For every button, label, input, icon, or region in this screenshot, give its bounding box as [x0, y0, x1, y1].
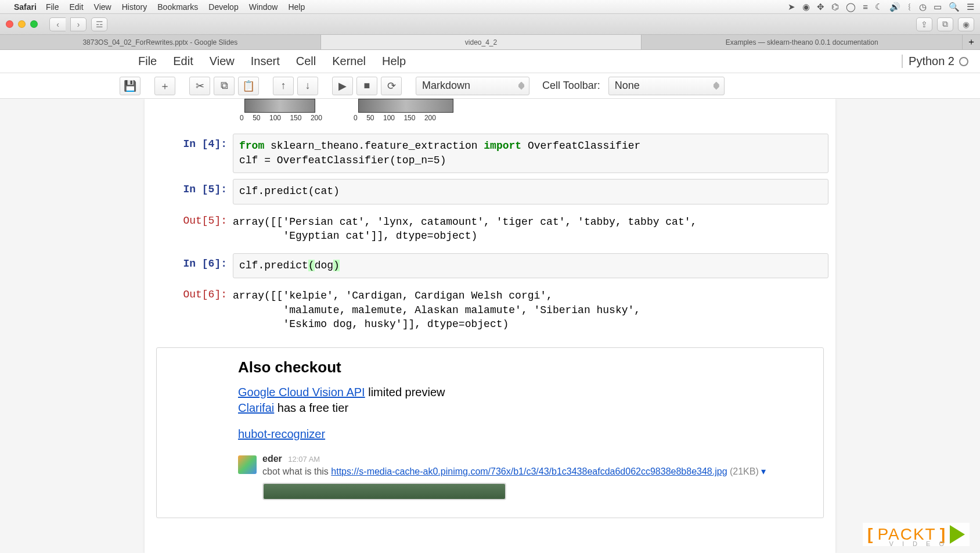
volume-icon[interactable]: 🔊	[889, 2, 900, 12]
move-down-button[interactable]: ↓	[297, 77, 318, 95]
copy-button[interactable]: ⧉	[214, 77, 235, 95]
tab-video[interactable]: video_4_2	[321, 35, 642, 49]
prompt-out-5: Out[5]:	[152, 210, 233, 248]
move-up-button[interactable]: ↑	[273, 77, 294, 95]
share-button[interactable]: ⇪	[916, 17, 932, 31]
cell-toolbar-select[interactable]: None	[608, 77, 725, 95]
safari-toolbar: ‹ › ☲ ⇪ ⧉ ◉	[0, 14, 980, 35]
menu-window[interactable]: Window	[249, 2, 278, 12]
menu-edit[interactable]: Edit	[69, 2, 83, 12]
tabs-button[interactable]: ⧉	[937, 17, 953, 31]
cell-in-5: In [5]: clf.predict(cat)	[152, 179, 828, 204]
window-controls	[6, 20, 38, 28]
prompt-in-6: In [6]:	[152, 253, 233, 278]
link-clarifai[interactable]: Clarifai	[238, 401, 274, 414]
minimize-window-button[interactable]	[18, 20, 26, 28]
sidebar-button[interactable]: ☲	[91, 17, 107, 31]
menu-help[interactable]: Help	[288, 2, 305, 12]
battery-icon[interactable]: ▭	[934, 2, 942, 12]
md-text: limited preview	[365, 386, 445, 398]
circle-icon[interactable]: ◯	[846, 2, 856, 12]
close-window-button[interactable]	[6, 20, 13, 28]
notebook-body: 200 050100150200 200 050100150200 In [4]…	[0, 99, 980, 553]
menu-icon[interactable]: ☰	[967, 2, 974, 12]
tab-sklearn-docs[interactable]: Examples — sklearn-theano 0.0.1 document…	[642, 35, 963, 49]
notebook-page: 200 050100150200 200 050100150200 In [4]…	[145, 99, 835, 553]
packt-watermark: [ PACKT ] V I D E O	[863, 523, 970, 546]
add-cell-button[interactable]: ＋	[154, 77, 175, 95]
new-tab-button[interactable]: ＋	[963, 35, 980, 49]
run-button[interactable]: ▶	[332, 77, 353, 95]
search-icon[interactable]: 🔍	[949, 2, 960, 12]
markdown-cell[interactable]: Also checkout Google Cloud Vision API li…	[156, 347, 824, 518]
play-icon	[950, 525, 965, 544]
chat-message: eder 12:07 AM cbot what is this https://…	[238, 454, 813, 477]
chat-timestamp: 12:07 AM	[288, 455, 320, 464]
code-input-4[interactable]: from sklearn_theano.feature_extraction i…	[233, 134, 828, 173]
cut-button[interactable]: ✂	[189, 77, 210, 95]
nb-menu-edit[interactable]: Edit	[173, 55, 193, 68]
nb-menu-insert[interactable]: Insert	[251, 55, 280, 68]
sync-icon[interactable]: ✥	[817, 2, 824, 12]
code-input-6[interactable]: clf.predict(dog)	[233, 253, 828, 278]
location-icon[interactable]: ➤	[788, 2, 795, 12]
tab-google-slides[interactable]: 3873OS_04_02_ForRewrites.pptx - Google S…	[0, 35, 321, 49]
y-tick-200: 200	[342, 99, 354, 100]
x-ticks: 050100150200	[354, 114, 436, 122]
restart-button[interactable]: ⟳	[381, 77, 402, 95]
chat-username: eder	[262, 454, 282, 464]
nb-menu-file[interactable]: File	[138, 55, 157, 68]
forward-button[interactable]: ›	[70, 17, 87, 31]
nb-menu-cell[interactable]: Cell	[296, 55, 316, 68]
plot-cat-image: 200 050100150200	[244, 99, 322, 122]
y-tick-200: 200	[228, 99, 240, 100]
kernel-indicator: Python 2	[902, 55, 968, 68]
text-output-6: array([['kelpie', 'Cardigan, Cardigan We…	[233, 284, 828, 336]
menu-bookmarks[interactable]: Bookmarks	[157, 2, 198, 12]
menu-develop[interactable]: Develop	[208, 2, 238, 12]
cloud-icon[interactable]: ⌬	[831, 2, 839, 12]
prompt-in-5: In [5]:	[152, 179, 233, 204]
clock-icon[interactable]: ◷	[919, 2, 927, 12]
kernel-name: Python 2	[909, 55, 954, 68]
reader-button[interactable]: ◉	[958, 17, 974, 31]
cell-in-4: In [4]: from sklearn_theano.feature_extr…	[152, 134, 828, 173]
record-icon[interactable]: ◉	[802, 2, 810, 12]
menu-view[interactable]: View	[94, 2, 111, 12]
notebook-menubar: File Edit View Insert Cell Kernel Help P…	[0, 50, 980, 73]
moon-icon[interactable]: ☾	[875, 2, 882, 12]
save-button[interactable]: 💾	[120, 77, 140, 95]
interrupt-button[interactable]: ■	[356, 77, 377, 95]
menu-history[interactable]: History	[122, 2, 147, 12]
nb-menu-kernel[interactable]: Kernel	[332, 55, 366, 68]
link-google-cloud-vision[interactable]: Google Cloud Vision API	[238, 386, 365, 398]
x-ticks: 050100150200	[240, 114, 322, 122]
prompt-in-4: In [4]:	[152, 134, 233, 173]
cell-toolbar-label: Cell Toolbar:	[542, 80, 600, 92]
plot-dog-image: 200 050100150200	[358, 99, 453, 122]
macos-menubar: Safari File Edit View History Bookmarks …	[0, 0, 980, 14]
paste-button[interactable]: 📋	[238, 77, 259, 95]
nb-menu-view[interactable]: View	[210, 55, 235, 68]
code-input-5[interactable]: clf.predict(cat)	[233, 179, 828, 204]
wifi-icon[interactable]: ⧙	[907, 2, 912, 12]
text-output-5: array([['Persian cat', 'lynx, catamount'…	[233, 210, 828, 248]
chat-filesize: (21KB)	[727, 466, 762, 476]
menu-file[interactable]: File	[46, 2, 59, 12]
cell-out-6: Out[6]: array([['kelpie', 'Cardigan, Car…	[152, 284, 828, 336]
hamburger-icon[interactable]: ≡	[863, 2, 868, 12]
avatar	[238, 455, 257, 474]
link-hubot-recognizer[interactable]: hubot-recognizer	[238, 428, 325, 440]
chevron-down-icon[interactable]: ▾	[761, 466, 766, 476]
cell-in-6: In [6]: clf.predict(dog)	[152, 253, 828, 278]
prompt-out-6: Out[6]:	[152, 284, 233, 336]
nb-menu-help[interactable]: Help	[382, 55, 406, 68]
cell-type-select[interactable]: Markdown	[416, 77, 529, 95]
notebook-toolbar: 💾 ＋ ✂ ⧉ 📋 ↑ ↓ ▶ ■ ⟳ Markdown Cell Toolba…	[0, 73, 980, 99]
app-name[interactable]: Safari	[14, 2, 37, 12]
back-button[interactable]: ‹	[49, 17, 66, 31]
cell-out-5: Out[5]: array([['Persian cat', 'lynx, ca…	[152, 210, 828, 248]
chat-link[interactable]: https://s-media-cache-ak0.pinimg.com/736…	[331, 466, 727, 476]
zoom-window-button[interactable]	[30, 20, 38, 28]
image-output: 200 050100150200 200 050100150200	[152, 99, 828, 122]
